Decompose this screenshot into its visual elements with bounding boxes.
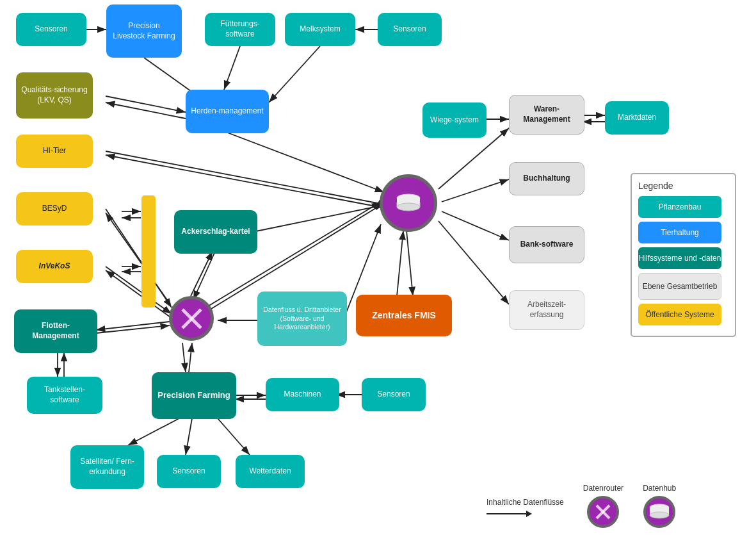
svg-line-12: [106, 213, 170, 304]
node-marktdaten: Marktdaten: [605, 101, 669, 135]
label-fuetterung: Fütterungs-software: [210, 19, 270, 39]
node-qualitaet: Qualitäts-sicherung (LKV, QS): [16, 72, 93, 119]
arrowhead-decoration: [526, 511, 532, 517]
node-invekos: InVeKoS: [16, 250, 93, 283]
node-herden: Herden-management: [186, 90, 269, 133]
label-buchhaltung: Buchhaltung: [523, 174, 570, 184]
svg-line-36: [182, 343, 186, 372]
label-wetterdaten: Wetterdaten: [249, 466, 291, 477]
router-circle: [169, 296, 214, 341]
node-waren: Waren-Management: [509, 95, 584, 135]
legend-swatch-oeffentlich: Öffentliche Systeme: [638, 304, 721, 325]
svg-line-17: [193, 253, 214, 300]
node-precision-farming: Precision Farming: [152, 372, 236, 419]
svg-line-22: [442, 211, 509, 240]
legend-item-pflanzenbau: Pflanzenbau: [638, 196, 728, 218]
legend-title: Legende: [638, 181, 728, 191]
svg-line-32: [397, 231, 403, 296]
label-datenfluss: Datenfluss ü. Drittanbieter (Software- u…: [261, 306, 344, 332]
db-legend-icon: [648, 504, 671, 520]
yellow-bar: [141, 195, 156, 308]
node-satelliten: Satelliten/ Fern-erkundung: [70, 445, 144, 489]
router-legend-label: Datenrouter: [583, 484, 623, 493]
legend-swatch-gesamtbetrieb: Ebene Gesamtbetrieb: [638, 273, 721, 300]
node-sensoren2: Sensoren: [378, 13, 442, 46]
node-melksystem: Melksystem: [285, 13, 355, 46]
node-plf: Precision Livestock Farming: [106, 4, 182, 58]
node-besyd: BESyD: [16, 192, 93, 226]
legend-swatch-pflanzenbau: Pflanzenbau: [638, 196, 721, 218]
svg-line-7: [106, 96, 186, 112]
node-buchhaltung: Buchhaltung: [509, 162, 584, 195]
node-fuetterung: Fütterungs-software: [205, 13, 275, 46]
label-waren: Waren-Management: [515, 104, 579, 124]
svg-point-50: [397, 203, 420, 211]
node-ackerschlag: Ackerschlag-kartei: [174, 210, 257, 254]
router-legend: Datenrouter: [583, 484, 623, 528]
node-sensoren4: Sensoren: [157, 455, 221, 488]
label-flotten: Flotten-Management: [19, 321, 92, 341]
label-marktdaten: Marktdaten: [618, 113, 656, 123]
svg-line-41: [128, 418, 179, 445]
svg-line-11: [106, 209, 172, 308]
label-melksystem: Melksystem: [300, 24, 340, 35]
legend-box: Legende Pflanzenbau Tierhaltung Hilfssys…: [631, 173, 736, 337]
legend-label-gesamtbetrieb: Ebene Gesamtbetrieb: [643, 282, 718, 291]
svg-line-23: [438, 221, 509, 304]
node-wiegesystem: Wiege-system: [422, 103, 487, 138]
node-hi-tier: HI-Tier: [16, 135, 93, 168]
svg-line-8: [106, 103, 186, 119]
database-icon: [396, 193, 421, 213]
svg-line-14: [106, 270, 170, 317]
router-x-icon: [177, 304, 206, 333]
bottom-legend: Inhaltliche Datenflüsse Datenrouter Date…: [487, 484, 676, 528]
node-tankstelle: Tankstellen-software: [27, 377, 102, 414]
legend-item-hilfssysteme: Hilfssysteme und -daten: [638, 247, 728, 269]
router-x-legend: [593, 502, 613, 522]
label-precision-farming: Precision Farming: [157, 390, 230, 401]
svg-line-5: [269, 46, 320, 103]
legend-label-tierhaltung: Tierhaltung: [661, 228, 699, 237]
label-maschinen: Maschinen: [284, 390, 321, 400]
legend-item-oeffentlich: Öffentliche Systeme: [638, 304, 728, 325]
hub-legend-label: Datenhub: [643, 484, 676, 493]
label-hi-tier: HI-Tier: [43, 146, 66, 156]
label-sensoren4: Sensoren: [172, 466, 205, 477]
label-tankstelle: Tankstellen-software: [32, 385, 97, 405]
legend-swatch-tierhaltung: Tierhaltung: [638, 222, 721, 243]
svg-line-16: [253, 205, 384, 232]
label-invekos: InVeKoS: [39, 261, 70, 272]
router-legend-icon: [587, 496, 619, 528]
svg-line-28: [96, 322, 170, 330]
svg-line-37: [189, 343, 192, 372]
label-qualitaet: Qualitäts-sicherung (LKV, QS): [21, 85, 88, 105]
legend-label-hilfssysteme: Hilfssysteme und -daten: [639, 254, 721, 263]
node-sensoren1: Sensoren: [16, 13, 86, 46]
svg-line-15: [224, 131, 384, 192]
svg-line-13: [106, 267, 172, 314]
svg-line-4: [224, 46, 240, 90]
label-satelliten: Satelliten/ Fern-erkundung: [76, 457, 139, 477]
label-besyd: BESyD: [42, 204, 67, 214]
svg-point-59: [650, 512, 669, 518]
label-plf: Precision Livestock Farming: [111, 21, 177, 41]
node-arbeitszeit: Arbeitszeit-erfassung: [509, 290, 584, 330]
node-bank: Bank-software: [509, 226, 584, 263]
diagram-container: Sensoren Precision Livestock Farming Füt…: [0, 0, 756, 542]
node-fmis: Zentrales FMIS: [356, 295, 452, 336]
legend-swatch-hilfssysteme: Hilfssysteme und -daten: [638, 247, 721, 269]
svg-line-29: [96, 325, 170, 333]
legend-item-gesamtbetrieb: Ebene Gesamtbetrieb: [638, 273, 728, 300]
label-wiegesystem: Wiege-system: [430, 115, 479, 126]
node-wetterdaten: Wetterdaten: [236, 455, 305, 488]
label-fmis: Zentrales FMIS: [372, 309, 436, 321]
arrow-line: [487, 513, 531, 514]
label-sensoren2: Sensoren: [393, 24, 426, 35]
legend-label-oeffentlich: Öffentliche Systeme: [645, 310, 714, 319]
label-ackerschlag: Ackerschlag-kartei: [181, 227, 250, 237]
svg-line-43: [218, 418, 250, 455]
arrow-example: [487, 513, 564, 514]
hub-circle: [380, 174, 437, 232]
label-sensoren1: Sensoren: [35, 24, 67, 35]
svg-line-21: [442, 179, 509, 202]
